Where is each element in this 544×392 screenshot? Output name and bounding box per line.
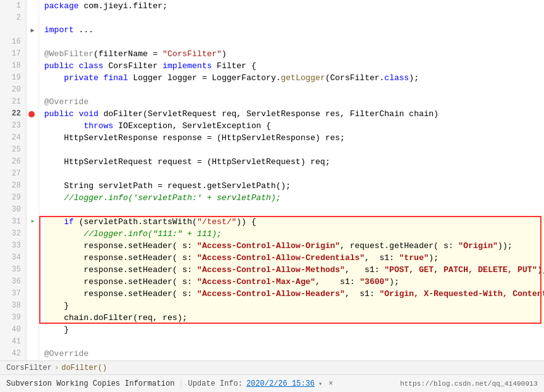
breadcrumb-separator: › xyxy=(54,364,59,372)
line-numbers: 1 2 16 17 18 19 20 21 22 23 24 25 26 27 … xyxy=(0,0,27,360)
breadcrumb-bar: CorsFilter › doFilter() xyxy=(0,360,544,374)
code-content: package com.jieyi.filter; import ... @We… xyxy=(39,0,544,360)
code-line-25 xyxy=(44,144,544,156)
code-line-31: if (servletPath.startsWith("/test/")) { xyxy=(44,216,544,228)
ln-26: 26 xyxy=(5,156,21,168)
ln-31: 31 xyxy=(5,216,21,228)
code-line-30 xyxy=(44,204,544,216)
status-close-button[interactable]: × xyxy=(329,379,333,388)
svn-label: Subversion Working Copies Information xyxy=(6,379,174,388)
status-left: Subversion Working Copies Information xyxy=(0,379,181,388)
code-line-38: } xyxy=(44,300,544,312)
ln-36: 36 xyxy=(5,276,21,288)
collapse-import-icon[interactable]: ▶ xyxy=(27,24,39,36)
ln-25: 25 xyxy=(5,144,21,156)
code-line-40: } xyxy=(44,324,544,336)
ln-33: 33 xyxy=(5,240,21,252)
code-line-22: public void doFilter(ServletRequest req,… xyxy=(44,108,544,120)
code-line-32: //logger.info("111:" + 111); xyxy=(44,228,544,240)
ln-23: 23 xyxy=(5,120,21,132)
code-line-21: @Override xyxy=(44,96,544,108)
code-line-18: public class CorsFilter implements Filte… xyxy=(44,60,544,72)
code-line-34: response.setHeader( s: "Access-Control-A… xyxy=(44,252,544,264)
update-date[interactable]: 2020/2/26 15:36 xyxy=(246,379,315,388)
ln-20: 20 xyxy=(5,84,21,96)
ln-18: 18 xyxy=(5,60,21,72)
code-line-2 xyxy=(44,12,544,24)
code-line-import: import ... xyxy=(44,24,544,36)
ln-24: 24 xyxy=(5,132,21,144)
code-line-16 xyxy=(44,36,544,48)
ln-1: 1 xyxy=(5,0,21,12)
ln-37: 37 xyxy=(5,288,21,300)
ln-30: 30 xyxy=(5,204,21,216)
code-line-42: @Override xyxy=(44,348,544,360)
update-dropdown-icon[interactable]: ▾ xyxy=(318,380,322,388)
ln-32: 32 xyxy=(5,228,21,240)
ln-22: 22 xyxy=(5,108,21,120)
status-bar: Subversion Working Copies Information Up… xyxy=(0,374,544,392)
update-label: Update Info: xyxy=(188,379,242,388)
breakpoint-icon[interactable] xyxy=(28,111,35,117)
code-line-19: private final Logger logger = LoggerFact… xyxy=(44,72,544,84)
ln-27: 27 xyxy=(5,168,21,180)
code-line-27 xyxy=(44,168,544,180)
breadcrumb-method: doFilter() xyxy=(61,364,107,372)
code-lines: 1 2 16 17 18 19 20 21 22 23 24 25 26 27 … xyxy=(0,0,544,360)
code-line-24: HttpServletResponse response = (HttpServ… xyxy=(44,132,544,144)
ln-2: 2 xyxy=(5,12,21,24)
code-line-37: response.setHeader( s: "Access-Control-A… xyxy=(44,288,544,300)
code-line-26: HttpServletRequest request = (HttpServle… xyxy=(44,156,544,168)
code-line-35: response.setHeader( s: "Access-Control-A… xyxy=(44,264,544,276)
ln-41: 41 xyxy=(5,336,21,348)
code-line-36: response.setHeader( s: "Access-Control-M… xyxy=(44,276,544,288)
ln-38: 38 xyxy=(5,300,21,312)
code-line-33: response.setHeader( s: "Access-Control-A… xyxy=(44,240,544,252)
ln-16: 16 xyxy=(5,36,21,48)
ln-35: 35 xyxy=(5,264,21,276)
code-line-20 xyxy=(44,84,544,96)
code-line-29: //logger.info('servletPath:' + servletPa… xyxy=(44,192,544,204)
code-line-28: String servletPath = request.getServletP… xyxy=(44,180,544,192)
editor-container: 1 2 16 17 18 19 20 21 22 23 24 25 26 27 … xyxy=(0,0,544,392)
ln-19: 19 xyxy=(5,72,21,84)
ln-21: 21 xyxy=(5,96,21,108)
ln-34: 34 xyxy=(5,252,21,264)
code-area: 1 2 16 17 18 19 20 21 22 23 24 25 26 27 … xyxy=(0,0,544,360)
status-middle: Update Info: 2020/2/26 15:36 ▾ × xyxy=(181,379,339,388)
ln-40: 40 xyxy=(5,324,21,336)
ln-empty xyxy=(5,24,21,36)
ln-17: 17 xyxy=(5,48,21,60)
status-right: https://blog.csdn.net/qq_41490913 xyxy=(394,379,544,388)
code-line-1: package com.jieyi.filter; xyxy=(44,0,544,12)
blog-url: https://blog.csdn.net/qq_41490913 xyxy=(400,380,538,388)
ln-28: 28 xyxy=(5,180,21,192)
ln-29: 29 xyxy=(5,192,21,204)
code-line-39: chain.doFilter(req, res); xyxy=(44,312,544,324)
ln-42: 42 xyxy=(5,348,21,360)
ln-39: 39 xyxy=(5,312,21,324)
breadcrumb-class: CorsFilter xyxy=(6,364,52,372)
gutter: ▶ ➤ xyxy=(27,0,39,360)
execution-arrow-icon: ➤ xyxy=(27,216,39,228)
code-line-17: @WebFilter(filterName = "CorsFilter") xyxy=(44,48,544,60)
code-line-41 xyxy=(44,336,544,348)
code-line-23: throws IOException, ServletException { xyxy=(44,120,544,132)
